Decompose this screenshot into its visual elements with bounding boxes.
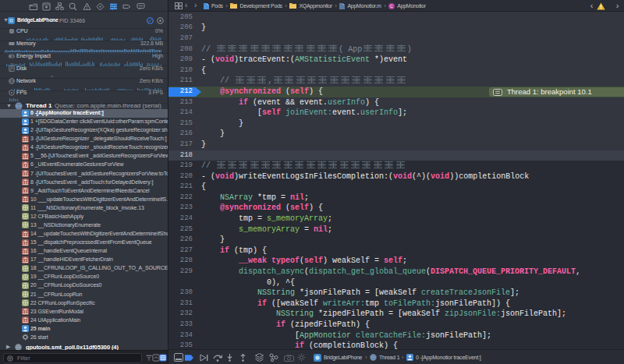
- svg-text:C: C: [390, 3, 393, 8]
